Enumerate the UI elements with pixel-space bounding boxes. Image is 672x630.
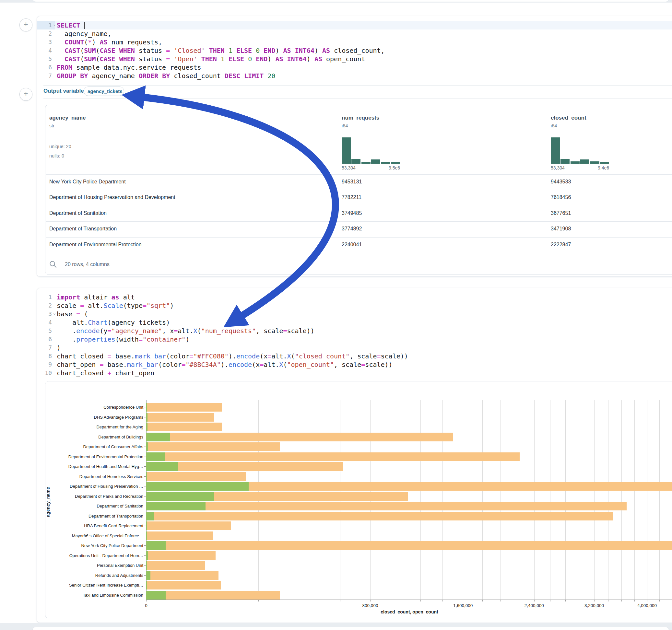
code-text: .encode(y="agency_name", x=alt.X("num_re… bbox=[57, 327, 314, 335]
x-axis-tick-label: 4,000,000 bbox=[637, 603, 657, 608]
open-count-bar bbox=[146, 482, 249, 491]
x-axis-tick bbox=[565, 600, 566, 602]
y-axis-label: Department of Homeless Services bbox=[49, 474, 143, 479]
gridline bbox=[647, 400, 647, 600]
open-count-bar bbox=[146, 541, 166, 550]
row-divider bbox=[46, 190, 672, 190]
open-count-bar bbox=[146, 551, 148, 560]
gridline bbox=[659, 400, 660, 600]
code-line[interactable]: 5 CAST(SUM(CASE WHEN status = 'Open' THE… bbox=[37, 55, 672, 63]
code-line[interactable]: 2scale = alt.Scale(type="sqrt") bbox=[37, 301, 672, 310]
column-header-name[interactable]: num_requests bbox=[342, 115, 379, 121]
python-cell: 1import altair as alt2scale = alt.Scale(… bbox=[37, 288, 672, 623]
table-row: Department of Transportation377489234719… bbox=[45, 221, 672, 237]
line-number: 5 bbox=[37, 55, 52, 63]
fold-chevron-icon[interactable]: ⌄ bbox=[53, 20, 56, 28]
histogram-bar bbox=[361, 162, 370, 164]
table-cell: 3774892 bbox=[342, 226, 362, 232]
code-line[interactable]: 4 CAST(SUM(CASE WHEN status = 'Closed' T… bbox=[37, 46, 672, 55]
next-cell-edge bbox=[32, 627, 669, 630]
open-count-bar bbox=[146, 472, 147, 481]
sql-code-editor[interactable]: 1⌄SELECT 2 agency_name,3 COUNT(*) AS num… bbox=[37, 21, 672, 83]
y-axis-label: Department of Environmental Protection bbox=[49, 454, 143, 459]
line-number: 3 bbox=[37, 38, 52, 46]
table-cell: 3749485 bbox=[342, 210, 362, 216]
code-text: agency_name, bbox=[57, 29, 112, 38]
histogram-max-label: 9.4e6 bbox=[583, 165, 609, 170]
x-axis-tick bbox=[550, 600, 550, 602]
code-text: FROM sample_data.nyc.service_requests bbox=[57, 63, 201, 72]
y-axis-tick bbox=[144, 516, 146, 516]
gridline bbox=[421, 400, 421, 600]
table-header: agency_namestrunique: 20nulls: 0num_requ… bbox=[45, 105, 672, 174]
output-variable-chip[interactable]: agency_tickets bbox=[83, 87, 124, 96]
x-axis-tick bbox=[501, 600, 501, 602]
column-header-name[interactable]: agency_name bbox=[49, 115, 86, 121]
code-line[interactable]: 3 COUNT(*) AS num_requests, bbox=[37, 38, 672, 46]
column-header-name[interactable]: closed_count bbox=[551, 115, 586, 121]
code-line[interactable]: 8chart_closed = base.mark_bar(color="#FF… bbox=[37, 352, 672, 360]
y-axis-tick bbox=[144, 457, 146, 457]
code-line[interactable]: 4 alt.Chart(agency_tickets) bbox=[37, 318, 672, 327]
y-axis-label: Department of Sanitation bbox=[49, 504, 143, 508]
code-line[interactable]: 10chart_closed + chart_open bbox=[37, 369, 672, 377]
table-cell: 3471908 bbox=[551, 226, 571, 232]
gridline bbox=[634, 400, 635, 600]
code-line[interactable]: 2 agency_name, bbox=[37, 29, 672, 38]
gridline bbox=[565, 400, 566, 600]
x-axis-tick bbox=[659, 600, 660, 602]
code-line[interactable]: 7) bbox=[37, 343, 672, 352]
code-line[interactable]: 1import altair as alt bbox=[37, 293, 672, 301]
x-axis-tick bbox=[370, 600, 370, 602]
search-icon[interactable] bbox=[49, 261, 57, 270]
code-line[interactable]: 1⌄SELECT bbox=[37, 21, 672, 29]
y-axis-tick bbox=[144, 565, 146, 565]
code-text: CAST(SUM(CASE WHEN status = 'Closed' THE… bbox=[57, 46, 385, 55]
histogram-bar bbox=[571, 162, 580, 164]
open-count-bar bbox=[146, 453, 165, 461]
add-cell-button-top[interactable]: + bbox=[20, 19, 32, 31]
x-axis-tick bbox=[647, 600, 647, 602]
gridline bbox=[463, 400, 463, 600]
histogram-min-label: 53,304 bbox=[342, 165, 356, 170]
code-line[interactable]: 9chart_open = base.mark_bar(color="#8BC3… bbox=[37, 360, 672, 369]
closed-count-bar bbox=[146, 472, 246, 481]
histogram-bar bbox=[381, 162, 390, 164]
table-cell: 2222847 bbox=[551, 242, 571, 248]
open-count-bar bbox=[146, 442, 148, 451]
code-line[interactable]: 7GROUP BY agency_name ORDER BY closed_co… bbox=[37, 72, 672, 80]
open-count-bar bbox=[146, 462, 178, 471]
code-line[interactable]: 3⌄base = ( bbox=[37, 310, 672, 318]
x-axis-tick-label: 2,400,000 bbox=[525, 603, 544, 608]
x-axis-tick bbox=[305, 600, 305, 602]
code-line[interactable]: 6FROM sample_data.nyc.service_requests bbox=[37, 63, 672, 72]
results-table: agency_namestrunique: 20nulls: 0num_requ… bbox=[45, 105, 672, 275]
line-number: 5 bbox=[37, 327, 52, 335]
y-axis-label: Department of Housing Preservation … bbox=[49, 484, 143, 489]
x-axis-tick bbox=[258, 600, 259, 602]
y-axis-label: Department of Health and Mental Hyg… bbox=[49, 464, 143, 469]
fold-chevron-icon[interactable]: ⌄ bbox=[53, 309, 56, 317]
code-text: alt.Chart(agency_tickets) bbox=[57, 318, 170, 327]
code-text: import altair as alt bbox=[57, 293, 135, 301]
table-cell: 3677651 bbox=[551, 210, 571, 216]
code-text: SELECT bbox=[57, 21, 85, 29]
column-histogram bbox=[342, 138, 400, 164]
y-axis-tick bbox=[144, 506, 146, 506]
row-divider bbox=[46, 206, 672, 206]
y-axis-tick bbox=[144, 466, 146, 467]
histogram-bar bbox=[391, 162, 400, 164]
divider bbox=[44, 85, 672, 86]
open-count-bar bbox=[146, 403, 147, 412]
histogram-max-label: 9.5e6 bbox=[374, 165, 400, 170]
code-line[interactable]: 6 .properties(width="container") bbox=[37, 335, 672, 343]
code-line[interactable]: 5 .encode(y="agency_name", x=alt.X("num_… bbox=[37, 327, 672, 335]
y-axis-tick bbox=[144, 585, 146, 585]
line-number: 3 bbox=[37, 310, 52, 318]
python-code-editor[interactable]: 1import altair as alt2scale = alt.Scale(… bbox=[37, 293, 672, 378]
x-axis-tick bbox=[482, 600, 483, 602]
gridline bbox=[580, 400, 580, 600]
add-cell-button-middle[interactable]: + bbox=[20, 88, 32, 101]
code-text: COUNT(*) AS num_requests, bbox=[57, 38, 162, 46]
y-axis-tick bbox=[144, 595, 146, 595]
